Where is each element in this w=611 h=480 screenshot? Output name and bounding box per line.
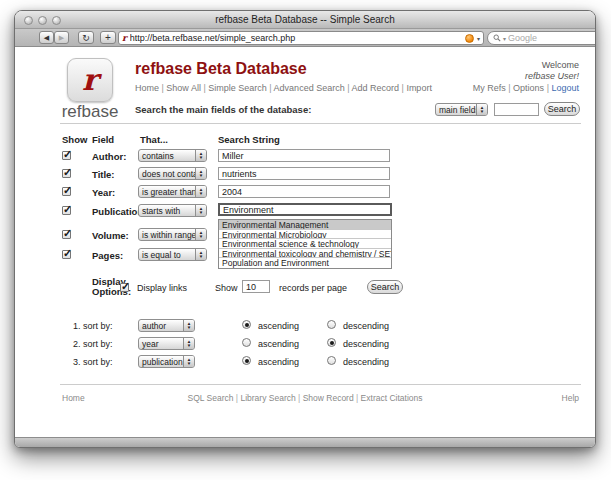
operator-select-publication[interactable]: starts with ▲▼ <box>138 204 207 217</box>
show-checkbox-year[interactable] <box>62 187 71 196</box>
field-label-pages: Pages: <box>92 250 123 261</box>
search-string-input-publication[interactable] <box>218 203 392 216</box>
nav-home[interactable]: Home <box>135 83 166 93</box>
autocomplete-item[interactable]: Environmental toxicology and chemistry /… <box>219 249 391 259</box>
search-string-input-author[interactable] <box>218 149 390 162</box>
sort3-descending-radio[interactable] <box>327 356 336 365</box>
sort1-ascending-label: ascending <box>258 321 299 331</box>
browser-toolbar: ◀ ▶ ↻ + r http://beta.refbase.net/simple… <box>15 29 595 47</box>
autocomplete-item[interactable]: Environmental science & technology <box>219 239 391 249</box>
user-nav: My RefsOptionsLogout <box>473 83 579 93</box>
main-nav: HomeShow AllSimple SearchAdvanced Search… <box>135 83 432 93</box>
plus-icon: + <box>105 32 111 43</box>
operator-select-year[interactable]: is greater than ▲▼ <box>138 185 207 198</box>
nav-simple-search[interactable]: Simple Search <box>208 83 273 93</box>
window-title: refbase Beta Database -- Simple Search <box>15 14 595 25</box>
nav-options[interactable]: Options <box>513 83 551 93</box>
search-string-input-year[interactable] <box>218 185 390 198</box>
sort1-descending-radio[interactable] <box>327 320 336 329</box>
nav-logout[interactable]: Logout <box>551 83 579 93</box>
field-label-year: Year: <box>92 187 115 198</box>
sort3-ascending-radio[interactable] <box>242 356 251 365</box>
search-submit-button[interactable]: Search <box>367 280 403 294</box>
window-titlebar[interactable]: refbase Beta Database -- Simple Search <box>15 11 595 29</box>
quick-field-select[interactable]: main fields ▲▼ <box>435 103 488 116</box>
autocomplete-item[interactable]: Population and Environment <box>219 258 391 268</box>
back-icon: ◀ <box>44 34 49 42</box>
sort1-ascending-radio[interactable] <box>242 320 251 329</box>
welcome-block: Welcome refbase User! <box>525 60 579 82</box>
show-checkbox-title[interactable] <box>62 169 71 178</box>
operator-select-volume[interactable]: is within range ▲▼ <box>138 228 207 241</box>
sort3-ascending-label: ascending <box>258 357 299 367</box>
sort3-descending-label: descending <box>343 357 389 367</box>
show-records-label: Show <box>215 283 238 293</box>
reload-button[interactable]: ↻ <box>78 31 94 44</box>
welcome-text: Welcome <box>525 60 579 71</box>
address-bar[interactable]: r http://beta.refbase.net/simple_search.… <box>118 31 484 45</box>
refbase-logo[interactable]: r <box>67 58 113 102</box>
popup-stepper-icon: ▲▼ <box>195 186 206 197</box>
zoom-window-icon[interactable] <box>52 16 61 25</box>
sort2-descending-label: descending <box>343 339 389 349</box>
logo-wordmark: refbase <box>55 102 125 122</box>
show-checkbox-volume[interactable] <box>62 230 71 239</box>
popup-stepper-icon: ▲▼ <box>183 356 194 367</box>
close-window-icon[interactable] <box>24 16 33 25</box>
minimize-window-icon[interactable] <box>38 16 47 25</box>
col-header-field: Field <box>92 134 114 145</box>
search-icon <box>493 34 501 42</box>
sort3-select[interactable]: publication ▲▼ <box>138 355 195 368</box>
browser-window: refbase Beta Database -- Simple Search ◀… <box>14 10 596 448</box>
snapback-icon[interactable] <box>465 34 474 43</box>
nav-advanced-search[interactable]: Advanced Search <box>274 83 352 93</box>
footer-help-link[interactable]: Help <box>562 393 579 403</box>
google-search-field[interactable]: ▾ <box>487 31 596 45</box>
google-search-input[interactable] <box>508 33 596 43</box>
search-string-input-title[interactable] <box>218 167 390 180</box>
quick-search-input[interactable] <box>494 103 539 116</box>
field-label-title: Title: <box>92 169 115 180</box>
records-per-page-label: records per page <box>279 283 347 293</box>
nav-show-all[interactable]: Show All <box>166 83 208 93</box>
show-checkbox-pages[interactable] <box>62 250 71 259</box>
sort2-descending-radio[interactable] <box>327 338 336 347</box>
desktop: refbase Beta Database -- Simple Search ◀… <box>0 0 611 480</box>
popup-stepper-icon: ▲▼ <box>476 104 487 115</box>
back-button[interactable]: ◀ <box>39 31 54 44</box>
sort2-ascending-label: ascending <box>258 339 299 349</box>
display-links-checkbox[interactable] <box>120 283 129 292</box>
show-checkbox-author[interactable] <box>62 151 71 160</box>
col-header-that: That... <box>140 134 168 145</box>
url-dropdown-icon[interactable]: ▾ <box>477 35 480 42</box>
operator-select-author[interactable]: contains ▲▼ <box>138 149 207 162</box>
autocomplete-item[interactable]: Environmental Management <box>219 220 391 230</box>
footer-sql-search-link[interactable]: SQL Search <box>187 393 240 403</box>
field-label-volume: Volume: <box>92 230 129 241</box>
autocomplete-item[interactable]: Environmental Microbiology <box>219 230 391 240</box>
show-checkbox-publication[interactable] <box>62 206 71 215</box>
sort2-select[interactable]: year ▲▼ <box>138 337 195 350</box>
operator-select-pages[interactable]: is equal to ▲▼ <box>138 248 207 261</box>
quick-search-button[interactable]: Search <box>544 102 580 116</box>
sort1-label: 1. sort by: <box>73 321 113 331</box>
footer-show-record-link[interactable]: Show Record <box>303 393 361 403</box>
logo-letter: r <box>82 65 98 95</box>
operator-select-title[interactable]: does not contain ▲▼ <box>138 167 207 180</box>
nav-import[interactable]: Import <box>406 83 432 93</box>
nav-my-refs[interactable]: My Refs <box>473 83 513 93</box>
search-options-icon[interactable]: ▾ <box>503 35 506 42</box>
sort3-label: 3. sort by: <box>73 357 113 367</box>
footer-library-search-link[interactable]: Library Search <box>240 393 302 403</box>
sort1-select[interactable]: author ▲▼ <box>138 319 195 332</box>
records-per-page-input[interactable] <box>242 280 270 293</box>
window-controls <box>24 16 61 25</box>
sort2-ascending-radio[interactable] <box>242 338 251 347</box>
popup-stepper-icon: ▲▼ <box>195 249 206 260</box>
url-text[interactable]: http://beta.refbase.net/simple_search.ph… <box>130 33 462 43</box>
footer-extract-citations-link[interactable]: Extract Citations <box>361 393 423 403</box>
forward-button[interactable]: ▶ <box>54 31 69 44</box>
popup-stepper-icon: ▲▼ <box>183 320 194 331</box>
nav-add-record[interactable]: Add Record <box>352 83 407 93</box>
add-bookmark-button[interactable]: + <box>100 31 116 44</box>
